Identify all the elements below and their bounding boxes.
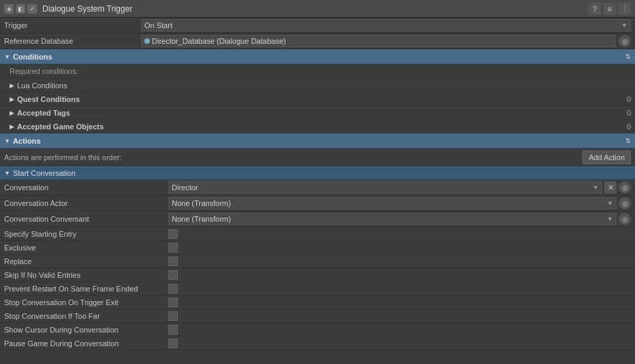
action-field-label-6: Skip If No Valid Entries bbox=[4, 271, 168, 279]
chevron-down-icon: ▼ bbox=[621, 22, 627, 29]
help-button[interactable]: ? bbox=[588, 3, 601, 15]
reference-database-picker-button[interactable]: ◎ bbox=[619, 35, 631, 47]
quest-conditions-count: 0 bbox=[627, 95, 631, 103]
action-field-label-0: Conversation bbox=[4, 183, 168, 192]
action-field-picker-button-2[interactable]: ◎ bbox=[619, 213, 631, 225]
accepted-tags-label: Accepted Tags bbox=[17, 109, 627, 117]
chevron-down-icon: ▼ bbox=[593, 184, 599, 191]
action-field-checkbox-10[interactable] bbox=[168, 325, 178, 335]
action-field-row-5: Replace bbox=[0, 255, 635, 268]
accepted-tags-expand-icon: ▶ bbox=[10, 109, 14, 116]
action-field-label-3: Specify Starting Entry bbox=[4, 230, 168, 238]
accepted-objects-label: Accepted Game Objects bbox=[17, 122, 627, 131]
accepted-game-objects-row[interactable]: ▶ Accepted Game Objects 0 bbox=[0, 120, 635, 133]
quest-conditions-row[interactable]: ▶ Quest Conditions 0 bbox=[0, 92, 635, 106]
trigger-label: Trigger bbox=[4, 21, 141, 29]
actions-section-title: Actions bbox=[13, 137, 625, 145]
action-field-row-2: Conversation ConversantNone (Transform)▼… bbox=[0, 211, 635, 227]
conditions-section-header[interactable]: ▼ Conditions ⇅ bbox=[0, 49, 635, 64]
lua-conditions-label: Lua Conditions bbox=[17, 81, 631, 90]
action-field-picker-button-1[interactable]: ◎ bbox=[619, 197, 631, 209]
database-dot-icon bbox=[144, 38, 150, 44]
title-bar-icons: ◈ ◧ ✓ bbox=[4, 4, 37, 14]
action-field-checkbox-7[interactable] bbox=[168, 284, 178, 294]
action-field-row-1: Conversation ActorNone (Transform)▼◎ bbox=[0, 196, 635, 211]
action-field-label-7: Prevent Restart On Same Frame Ended bbox=[4, 285, 168, 293]
lua-conditions-row[interactable]: ▶ Lua Conditions bbox=[0, 79, 635, 92]
trigger-value: On Start ▼ bbox=[141, 19, 631, 31]
action-field-x-button-0[interactable]: ✕ bbox=[604, 181, 617, 194]
action-field-row-4: Exclusive bbox=[0, 241, 635, 255]
action-field-label-1: Conversation Actor bbox=[4, 199, 168, 207]
action-field-label-2: Conversation Conversant bbox=[4, 215, 168, 223]
title-bar-actions: ? ≡ ⋮ bbox=[588, 3, 631, 15]
action-field-label-9: Stop Conversation If Too Far bbox=[4, 312, 168, 320]
reference-database-label: Reference Database bbox=[4, 37, 141, 45]
action-field-dropdown-0[interactable]: Director▼ bbox=[168, 181, 602, 194]
actions-expand-icon: ⇅ bbox=[625, 138, 631, 144]
reference-database-value: Director_Database (Dialogue Database) ◎ bbox=[141, 35, 631, 47]
reference-database-dropdown[interactable]: Director_Database (Dialogue Database) bbox=[141, 35, 616, 47]
trigger-row: Trigger On Start ▼ bbox=[0, 18, 635, 34]
conditions-collapse-icon: ▼ bbox=[4, 53, 10, 60]
title-bar: ◈ ◧ ✓ Dialogue System Trigger ? ≡ ⋮ bbox=[0, 0, 635, 18]
action-field-checkbox-3[interactable] bbox=[168, 229, 178, 239]
action-field-checkbox-11[interactable] bbox=[168, 339, 178, 348]
action-field-label-5: Replace bbox=[4, 257, 168, 265]
action-field-row-11: Pause Game During Conversation bbox=[0, 337, 635, 350]
chevron-down-icon: ▼ bbox=[607, 216, 613, 222]
action-field-row-7: Prevent Restart On Same Frame Ended bbox=[0, 282, 635, 296]
action-field-row-6: Skip If No Valid Entries bbox=[0, 268, 635, 282]
conditions-section-title: Conditions bbox=[13, 53, 625, 61]
start-conversation-header[interactable]: ▼ Start Conversation bbox=[0, 166, 635, 180]
script-icon: ◧ bbox=[16, 4, 25, 14]
action-field-label-10: Show Cursor During Conversation bbox=[4, 326, 168, 334]
action-field-checkbox-4[interactable] bbox=[168, 243, 178, 252]
action-field-row-10: Show Cursor During Conversation bbox=[0, 323, 635, 337]
add-action-button[interactable]: Add Action bbox=[582, 151, 631, 164]
action-field-row-3: Specify Starting Entry bbox=[0, 227, 635, 241]
action-field-row-8: Stop Conversation On Trigger Exit bbox=[0, 296, 635, 309]
action-field-checkbox-5[interactable] bbox=[168, 257, 178, 266]
actions-collapse-icon: ▼ bbox=[4, 138, 10, 144]
actions-order-row: Actions are performed in this order: Add… bbox=[0, 148, 635, 166]
accepted-objects-count: 0 bbox=[627, 122, 631, 131]
action-field-checkbox-8[interactable] bbox=[168, 298, 178, 307]
window-title: Dialogue System Trigger bbox=[42, 4, 586, 14]
action-field-checkbox-6[interactable] bbox=[168, 270, 178, 280]
menu-button[interactable]: ≡ bbox=[604, 3, 616, 15]
action-field-row-0: ConversationDirector▼✕◎ bbox=[0, 180, 635, 196]
action-field-label-4: Exclusive bbox=[4, 244, 168, 252]
action-field-dropdown-1[interactable]: None (Transform)▼ bbox=[168, 197, 617, 209]
check-icon: ✓ bbox=[27, 4, 37, 14]
trigger-dropdown[interactable]: On Start ▼ bbox=[141, 19, 631, 31]
action-field-label-8: Stop Conversation On Trigger Exit bbox=[4, 298, 168, 307]
action-field-picker-button-0[interactable]: ◎ bbox=[619, 181, 631, 194]
accepted-tags-count: 0 bbox=[627, 109, 631, 117]
action-field-label-11: Pause Game During Conversation bbox=[4, 339, 168, 348]
extra-button[interactable]: ⋮ bbox=[619, 3, 631, 15]
conditions-expand-icon: ⇅ bbox=[625, 53, 631, 60]
start-conversation-expand-icon: ▼ bbox=[4, 170, 10, 177]
accepted-tags-row[interactable]: ▶ Accepted Tags 0 bbox=[0, 106, 635, 120]
component-icon: ◈ bbox=[4, 4, 14, 14]
reference-database-row: Reference Database Director_Database (Di… bbox=[0, 34, 635, 49]
required-conditions-text: Required conditions: bbox=[0, 64, 635, 79]
action-field-row-9: Stop Conversation If Too Far bbox=[0, 309, 635, 323]
quest-conditions-label: Quest Conditions bbox=[17, 95, 627, 103]
lua-expand-icon: ▶ bbox=[10, 82, 14, 89]
accepted-objects-expand-icon: ▶ bbox=[10, 123, 14, 130]
actions-order-text: Actions are performed in this order: bbox=[4, 153, 582, 161]
action-field-checkbox-9[interactable] bbox=[168, 311, 178, 321]
actions-section-header[interactable]: ▼ Actions ⇅ bbox=[0, 133, 635, 148]
action-field-dropdown-2[interactable]: None (Transform)▼ bbox=[168, 213, 617, 225]
quest-expand-icon: ▶ bbox=[10, 96, 14, 103]
start-conversation-label: Start Conversation bbox=[13, 169, 631, 177]
action-fields-container: ConversationDirector▼✕◎Conversation Acto… bbox=[0, 180, 635, 350]
chevron-down-icon: ▼ bbox=[607, 200, 613, 207]
